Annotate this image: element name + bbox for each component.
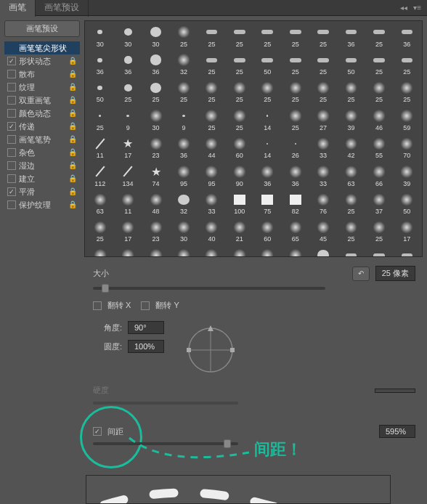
brush-cell[interactable]: 45 [309,218,336,245]
brush-cell[interactable]: 45 [226,245,253,257]
collapse-icon[interactable]: ◂◂ [400,4,407,12]
brush-cell[interactable]: 11 [114,190,141,217]
checkbox[interactable] [7,148,16,157]
brush-cell[interactable]: 63 [338,162,365,189]
brush-cell[interactable]: 50 [338,50,365,77]
brush-cell[interactable]: 40 [198,218,225,245]
sidebar-item[interactable]: 形状动态🔒 [4,54,80,68]
brush-cell[interactable]: 23 [142,134,169,161]
checkbox[interactable] [7,135,16,144]
brush-cell[interactable]: 50 [86,78,113,105]
brush-cell[interactable]: 25 [394,245,420,257]
tab-preset[interactable]: 画笔预设 [36,0,89,17]
brush-cell[interactable]: 25 [338,78,365,105]
brush-cell[interactable]: 17 [394,218,420,245]
checkbox[interactable] [7,200,16,209]
sidebar-item[interactable]: 杂色🔒 [4,146,80,159]
brush-cell[interactable]: 36 [86,50,113,77]
brush-cell[interactable]: 23 [254,245,281,257]
brush-cell[interactable]: 11 [86,134,113,161]
brush-cell[interactable]: 37 [365,190,392,217]
brush-cell[interactable]: 25 [282,23,309,49]
size-slider-handle[interactable] [102,284,109,293]
brush-cell[interactable]: 25 [394,78,420,105]
brush-cell[interactable]: 20 [142,245,169,257]
brush-cell[interactable]: 25 [198,106,225,133]
brush-cell[interactable]: 25 [198,78,225,105]
brush-cell[interactable]: 33 [198,190,225,217]
brush-cell[interactable]: 25 [309,245,336,257]
menu-icon[interactable]: ▾≡ [413,4,421,12]
brush-cell[interactable]: 25 [338,190,365,217]
sidebar-item[interactable]: 画笔笔尖形状 [4,41,80,54]
brush-cell[interactable]: 35 [282,245,309,257]
brush-cell[interactable]: 36 [254,162,281,189]
brush-cell[interactable]: 25 [226,78,253,105]
brush-cell[interactable]: 25 [365,218,392,245]
brush-cell[interactable]: 14 [254,134,281,161]
brush-cell[interactable]: 60 [254,218,281,245]
brush-cell[interactable]: 45 [198,245,225,257]
brush-cell[interactable]: 32 [170,50,197,77]
sidebar-item[interactable]: 湿边🔒 [4,159,80,172]
checkbox[interactable] [7,122,16,131]
sidebar-item[interactable]: 平滑🔒 [4,185,80,198]
sidebar-item[interactable]: 颜色动态🔒 [4,107,80,120]
brush-cell[interactable]: 82 [282,190,309,217]
brush-cell[interactable]: 21 [86,245,113,257]
checkbox[interactable] [7,57,16,65]
size-value[interactable]: 25 像素 [375,266,415,281]
sidebar-item[interactable]: 保护纹理🔒 [4,198,80,211]
brush-cell[interactable]: ★74 [142,162,169,189]
brush-cell[interactable]: 25 [365,23,392,49]
brush-cell[interactable]: 25 [142,78,169,105]
brush-cell[interactable]: 25 [309,23,336,49]
brush-grid[interactable]: 3030302525252525253625363636363225255025… [84,20,423,257]
brush-cell[interactable]: 25 [282,78,309,105]
brush-cell[interactable]: 25 [226,23,253,49]
brush-cell[interactable]: 112 [86,162,113,189]
tab-brush[interactable]: 画笔 [0,0,36,17]
brush-cell[interactable]: 25 [114,245,141,257]
brush-cell[interactable]: 25 [365,50,392,77]
brush-cell[interactable]: 55 [365,134,392,161]
brush-cell[interactable]: 25 [170,23,197,49]
brush-cell[interactable]: 66 [365,162,392,189]
brush-cell[interactable]: 95 [170,162,197,189]
brush-cell[interactable]: 25 [282,106,309,133]
brush-cell[interactable]: 95 [198,162,225,189]
angle-dial[interactable] [182,321,240,379]
preset-button[interactable]: 画笔预设 [4,20,80,37]
brush-cell[interactable]: 70 [394,134,420,161]
checkbox[interactable] [7,70,16,78]
flip-y-checkbox[interactable] [141,301,150,310]
brush-cell[interactable]: 39 [394,162,420,189]
brush-cell[interactable]: 9 [170,106,197,133]
brush-cell[interactable]: 36 [338,23,365,49]
sidebar-item[interactable]: 双重画笔🔒 [4,94,80,107]
brush-cell[interactable]: 25 [198,50,225,77]
brush-cell[interactable]: 90 [226,162,253,189]
brush-cell[interactable]: 44 [198,134,225,161]
brush-cell[interactable]: 25 [170,78,197,105]
brush-cell[interactable]: 25 [114,78,141,105]
checkbox[interactable] [7,109,16,118]
brush-cell[interactable]: 30 [114,23,141,49]
brush-cell[interactable]: 46 [365,106,392,133]
sidebar-item[interactable]: 纹理🔒 [4,81,80,94]
brush-cell[interactable]: 36 [142,50,169,77]
brush-cell[interactable]: 36 [170,134,197,161]
brush-cell[interactable]: 25 [309,50,336,77]
spacing-checkbox[interactable] [93,427,102,436]
brush-cell[interactable]: 36 [282,162,309,189]
brush-cell[interactable]: 25 [254,78,281,105]
brush-cell[interactable]: 100 [226,190,253,217]
brush-cell[interactable]: 80 [365,245,392,257]
spacing-slider[interactable] [93,442,238,445]
brush-cell[interactable]: 59 [394,106,420,133]
brush-cell[interactable]: 26 [282,134,309,161]
brush-cell[interactable]: 30 [170,218,197,245]
brush-cell[interactable]: 21 [226,218,253,245]
roundness-value[interactable]: 100% [128,340,164,353]
brush-cell[interactable]: 25 [309,78,336,105]
